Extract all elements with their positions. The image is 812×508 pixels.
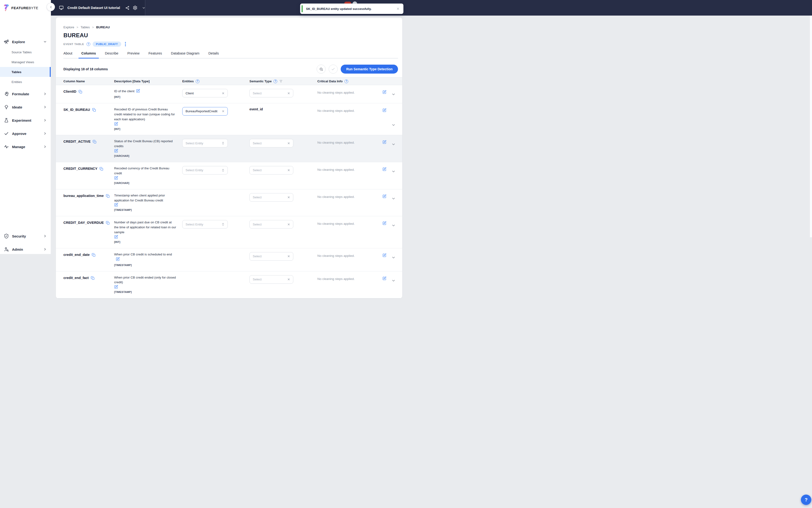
clear-semantic-icon[interactable]: [287, 142, 290, 145]
apply-button[interactable]: [329, 65, 337, 74]
help-circle-icon[interactable]: ?: [87, 42, 90, 46]
edit-description-icon[interactable]: [114, 122, 176, 126]
breadcrumb-explore[interactable]: Explore: [63, 26, 74, 29]
tab-preview[interactable]: Preview: [127, 51, 140, 58]
expand-row-chevron-icon[interactable]: [391, 197, 396, 201]
help-circle-icon[interactable]: ?: [196, 80, 199, 83]
semantic-type-select[interactable]: Select: [250, 139, 293, 147]
tab-about[interactable]: About: [63, 51, 73, 58]
tab-features[interactable]: Features: [148, 51, 162, 58]
expand-row-chevron-icon[interactable]: [391, 223, 396, 227]
sidebar-item-managed-views[interactable]: Managed Views: [0, 57, 51, 67]
copy-icon[interactable]: [93, 140, 96, 143]
entity-select[interactable]: Select Entity: [182, 220, 228, 228]
clear-semantic-icon[interactable]: [287, 169, 290, 172]
semantic-type-select[interactable]: Select: [250, 252, 293, 254]
edit-description-icon[interactable]: [136, 89, 140, 93]
edit-row-icon[interactable]: [382, 140, 387, 144]
help-circle-icon[interactable]: ?: [273, 80, 277, 83]
semantic-type-select[interactable]: Select: [250, 166, 293, 174]
column-description: Timestamp when client applied prior appl…: [114, 194, 165, 202]
edit-row-icon[interactable]: [382, 108, 387, 112]
edit-description-icon[interactable]: [114, 235, 176, 239]
entity-select[interactable]: Select Entity: [182, 139, 228, 147]
sidebar-item-entities[interactable]: Entities: [0, 77, 51, 87]
featurebyte-logo[interactable]: FEATUREBYTE: [0, 0, 51, 15]
column-description: Recoded currency of the Credit Bureau cr…: [114, 167, 169, 175]
edit-description-icon[interactable]: [114, 149, 176, 153]
sidebar-item-tables[interactable]: Tables: [0, 67, 51, 77]
sidebar-item-security[interactable]: Security: [0, 229, 51, 243]
tab-details[interactable]: Details: [209, 51, 219, 58]
copy-icon[interactable]: [92, 108, 96, 112]
edit-row-icon[interactable]: [382, 194, 387, 198]
edit-row-icon[interactable]: [382, 253, 387, 254]
expand-row-chevron-icon[interactable]: [391, 92, 396, 96]
semantic-type-select[interactable]: Select: [250, 193, 293, 202]
tab-describe[interactable]: Describe: [105, 51, 118, 58]
sidebar-collapse-button[interactable]: [47, 3, 55, 11]
table-row: CREDIT_DAY_OVERDUENumber of days past du…: [56, 216, 402, 248]
share-icon[interactable]: [125, 6, 130, 10]
copy-icon[interactable]: [106, 194, 109, 198]
chevron-down-icon[interactable]: [142, 6, 145, 10]
copy-icon[interactable]: [92, 253, 95, 254]
search-button[interactable]: [317, 65, 326, 74]
sidebar-item-admin[interactable]: Admin: [0, 243, 51, 254]
project-tab[interactable]: Credit Default Dataset UI tutorial: [51, 0, 145, 15]
sidebar-item-experiment[interactable]: Experiment: [0, 114, 51, 127]
explore-subnav: Source TablesManaged ViewsTablesEntities: [0, 47, 51, 87]
sidebar-item-source-tables[interactable]: Source Tables: [0, 47, 51, 57]
clear-semantic-icon[interactable]: [287, 196, 290, 199]
edit-row-icon[interactable]: [382, 90, 387, 94]
semantic-type-select[interactable]: Select: [250, 220, 293, 228]
entity-tag-input[interactable]: BureauReportedCredit: [182, 107, 228, 116]
sidebar-item-label: Security: [12, 234, 26, 238]
telescope-icon: [4, 39, 9, 44]
edit-description-icon[interactable]: [114, 176, 176, 180]
column-name: SK_ID_BUREAU: [63, 108, 90, 112]
copy-icon[interactable]: [79, 90, 82, 94]
expand-row-chevron-icon[interactable]: [391, 169, 396, 174]
edit-row-icon[interactable]: [382, 221, 387, 225]
gear-icon[interactable]: [133, 5, 137, 10]
close-icon[interactable]: [396, 7, 400, 10]
chevrons-up-down-icon: [221, 223, 225, 226]
sidebar-item-label: Experiment: [12, 118, 31, 122]
tab-database-diagram[interactable]: Database Diagram: [171, 51, 199, 58]
sidebar-item-explore[interactable]: Explore: [0, 36, 51, 47]
clear-entity-icon[interactable]: [222, 110, 225, 113]
column-header-semantic-type: Semantic Type?: [250, 80, 317, 83]
breadcrumb-tables[interactable]: Tables: [81, 26, 90, 29]
copy-icon[interactable]: [106, 221, 109, 225]
clear-semantic-icon[interactable]: [287, 223, 290, 226]
tab-columns[interactable]: Columns: [81, 51, 96, 58]
kebab-menu-icon[interactable]: [124, 42, 127, 47]
data-type-label: [INT]: [114, 95, 176, 99]
help-circle-icon[interactable]: ?: [345, 80, 348, 83]
sidebar-item-ideate[interactable]: Ideate: [0, 100, 51, 114]
activity-icon: [4, 144, 9, 149]
breadcrumb-separator: >: [92, 26, 94, 29]
sidebar-item-approve[interactable]: Approve: [0, 127, 51, 140]
entity-select[interactable]: Select Entity: [182, 166, 228, 174]
entity-tag-input[interactable]: Client: [182, 89, 228, 97]
expand-row-chevron-icon[interactable]: [391, 123, 396, 127]
clear-entity-icon[interactable]: [222, 92, 225, 95]
filter-icon[interactable]: [279, 80, 283, 83]
column-description: When prior CB credit is scheduled to end: [114, 253, 172, 254]
sidebar-item-formulate[interactable]: Formulate: [0, 87, 51, 100]
copy-icon[interactable]: [99, 167, 103, 171]
edit-row-icon[interactable]: [382, 167, 387, 171]
sidebar-item-manage[interactable]: Manage: [0, 140, 51, 153]
semantic-type-select[interactable]: Select: [250, 89, 293, 97]
clear-semantic-icon[interactable]: [287, 92, 290, 95]
sidebar: FEATUREBYTE Explore Source TablesManaged…: [0, 0, 51, 254]
column-description: Recoded ID of previous Credit Bureau cre…: [114, 108, 175, 121]
edit-description-icon[interactable]: [114, 203, 176, 207]
tab-bar: AboutColumnsDescribePreviewFeaturesDatab…: [63, 51, 398, 58]
run-semantic-type-detection-button[interactable]: Run Semantic Type Detection: [341, 65, 398, 74]
column-header-critical-data-info: Critical Data Info?: [317, 80, 381, 83]
data-type-label: [INT]: [114, 240, 176, 244]
expand-row-chevron-icon[interactable]: [391, 142, 396, 146]
